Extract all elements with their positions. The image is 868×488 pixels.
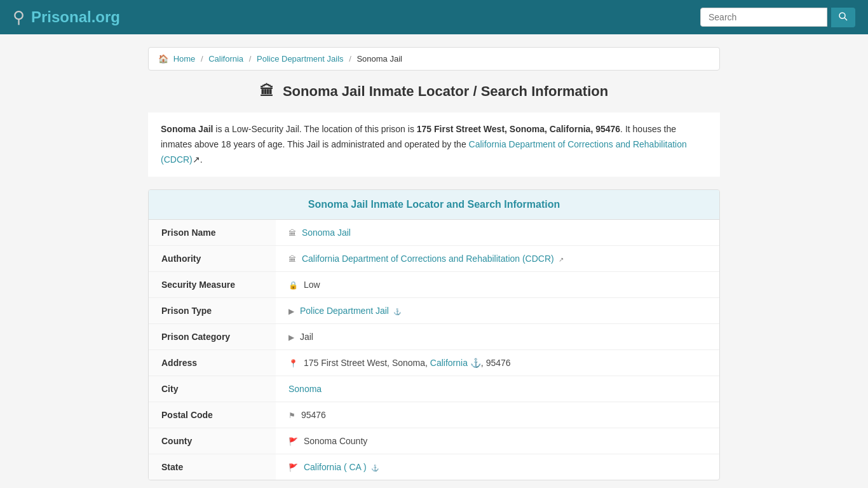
table-label: Address	[149, 350, 276, 376]
table-row: Postal Code ⚑ 95476	[149, 402, 719, 428]
security-icon: 🔒	[288, 281, 298, 290]
table-row: Authority 🏛 California Department of Cor…	[149, 246, 719, 272]
table-label: Postal Code	[149, 402, 276, 428]
table-value: Sonoma	[276, 376, 719, 402]
table-label: Security Measure	[149, 272, 276, 298]
table-label: Authority	[149, 246, 276, 272]
table-value: 🚩 California ( CA ) ⚓	[276, 454, 719, 480]
table-label: Prison Type	[149, 298, 276, 324]
logo-area: ⚲ Prisonal.org	[13, 8, 120, 27]
table-value: 🏛 Sonoma Jail	[276, 220, 719, 246]
info-table: Prison Name 🏛 Sonoma Jail Authority 🏛 Ca…	[149, 220, 719, 480]
separator-2: /	[249, 54, 252, 64]
prison-title-icon: 🏛	[260, 83, 274, 99]
logo-suffix: .org	[92, 8, 120, 25]
prison-name-icon: 🏛	[288, 229, 296, 238]
county-value: Sonoma County	[304, 436, 367, 446]
address-zip: , 95476	[481, 358, 511, 368]
svg-point-0	[839, 13, 845, 18]
table-value: 📍 175 First Street West, Sonoma, Califor…	[276, 350, 719, 376]
table-row: Address 📍 175 First Street West, Sonoma,…	[149, 350, 719, 376]
prison-name-link[interactable]: Sonoma Jail	[302, 227, 351, 238]
prison-type-icon: ▶	[288, 307, 294, 316]
table-label: County	[149, 428, 276, 454]
prison-category-value: Jail	[300, 332, 313, 342]
breadcrumb-california[interactable]: California	[208, 54, 243, 64]
jail-name-bold: Sonoma Jail	[161, 124, 213, 134]
address-text: 175 First Street West, Sonoma,	[304, 358, 430, 368]
address-bold: 175 First Street West, Sonoma, Californi…	[417, 124, 620, 134]
authority-table-link[interactable]: California Department of Corrections and…	[302, 254, 554, 264]
address-ext: ⚓	[468, 358, 481, 368]
state-ext-icon: ⚓	[371, 464, 379, 471]
search-button[interactable]	[831, 8, 855, 27]
svg-line-1	[844, 18, 847, 20]
separator-3: /	[349, 54, 351, 64]
breadcrumb-home[interactable]: Home	[173, 54, 196, 64]
info-section: Sonoma Jail Inmate Locator and Search In…	[148, 189, 720, 480]
prison-cat-icon: ▶	[288, 333, 294, 342]
main-container: 🏠 Home / California / Police Department …	[142, 47, 726, 480]
table-value: ▶ Police Department Jail ⚓	[276, 298, 719, 324]
postal-value: 95476	[301, 410, 326, 420]
search-icon	[839, 12, 848, 21]
table-row: Prison Type ▶ Police Department Jail ⚓	[149, 298, 719, 324]
table-label: State	[149, 454, 276, 480]
logo-prefix: Prisonal	[31, 8, 92, 25]
table-row: City Sonoma	[149, 376, 719, 402]
home-icon: 🏠	[158, 54, 168, 64]
breadcrumb: 🏠 Home / California / Police Department …	[148, 47, 720, 71]
table-label: City	[149, 376, 276, 402]
security-value: Low	[304, 280, 320, 290]
search-area	[700, 8, 855, 27]
table-label: Prison Category	[149, 324, 276, 350]
breadcrumb-police-dept[interactable]: Police Department Jails	[257, 54, 344, 64]
county-icon: 🚩	[288, 437, 298, 446]
prison-type-link[interactable]: Police Department Jail	[300, 306, 389, 316]
table-row: Prison Name 🏛 Sonoma Jail	[149, 220, 719, 246]
table-value: ⚑ 95476	[276, 402, 719, 428]
logo-text: Prisonal.org	[31, 8, 120, 26]
description-block: Sonoma Jail is a Low-Security Jail. The …	[148, 112, 720, 177]
breadcrumb-current: Sonoma Jail	[356, 54, 402, 64]
table-row: State 🚩 California ( CA ) ⚓	[149, 454, 719, 480]
address-state-link[interactable]: California	[430, 358, 468, 368]
table-row: Security Measure 🔒 Low	[149, 272, 719, 298]
table-value: ▶ Jail	[276, 324, 719, 350]
logo-icon: ⚲	[13, 8, 25, 27]
page-title: 🏛 Sonoma Jail Inmate Locator / Search In…	[148, 83, 720, 100]
separator-1: /	[201, 54, 203, 64]
state-icon: 🚩	[288, 463, 298, 472]
address-icon: 📍	[288, 359, 298, 368]
table-label: Prison Name	[149, 220, 276, 246]
table-row: Prison Category ▶ Jail	[149, 324, 719, 350]
table-value: 🔒 Low	[276, 272, 719, 298]
search-input[interactable]	[700, 8, 827, 27]
authority-ext-icon: ↗	[559, 256, 564, 263]
table-row: County 🚩 Sonoma County	[149, 428, 719, 454]
authority-icon: 🏛	[288, 255, 296, 264]
info-table-header: Sonoma Jail Inmate Locator and Search In…	[149, 190, 719, 220]
city-link[interactable]: Sonoma	[288, 384, 322, 394]
table-value: 🏛 California Department of Corrections a…	[276, 246, 719, 272]
table-value: 🚩 Sonoma County	[276, 428, 719, 454]
postal-icon: ⚑	[288, 411, 295, 420]
state-link[interactable]: California ( CA )	[304, 462, 367, 472]
prison-type-ext-icon: ⚓	[393, 308, 401, 315]
header: ⚲ Prisonal.org	[0, 0, 868, 34]
